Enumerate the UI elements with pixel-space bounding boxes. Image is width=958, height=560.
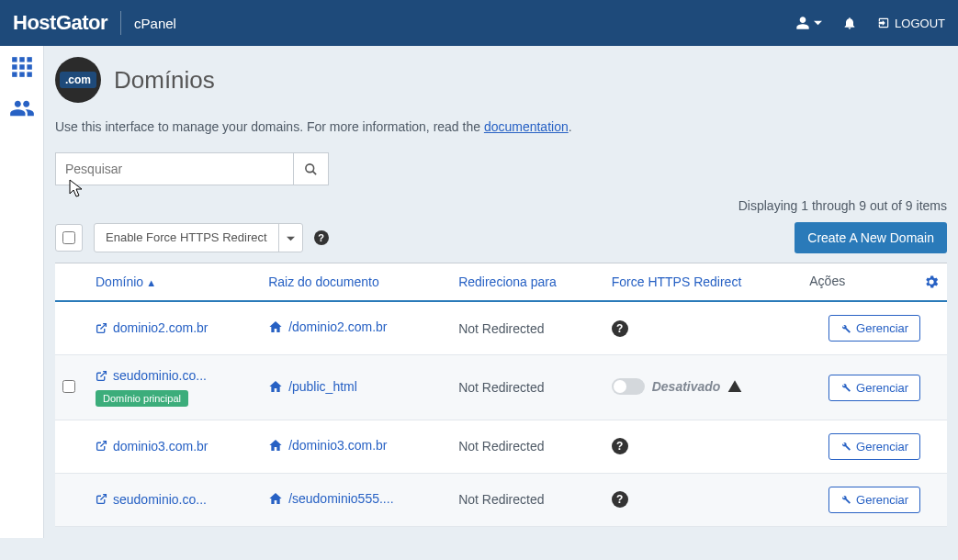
notifications-button[interactable] xyxy=(842,16,857,30)
manage-button[interactable]: Gerenciar xyxy=(828,487,920,513)
wrench-icon xyxy=(840,494,851,505)
users-icon xyxy=(9,95,35,121)
caret-down-icon xyxy=(814,19,822,28)
svg-line-14 xyxy=(100,495,106,500)
sidebar-users-button[interactable] xyxy=(9,95,35,121)
logout-icon xyxy=(877,17,890,29)
gear-icon xyxy=(923,274,940,290)
intro-text: Use this interface to manage your domain… xyxy=(55,119,947,134)
wrench-icon xyxy=(840,441,851,452)
wrench-icon xyxy=(840,382,851,393)
col-domain[interactable]: Domínio▲ xyxy=(88,263,261,302)
page-icon: .com xyxy=(55,57,101,103)
https-toggle[interactable] xyxy=(612,378,645,395)
docroot-link[interactable]: /public_html xyxy=(288,379,357,394)
enable-https-button[interactable]: Enable Force HTTPS Redirect xyxy=(95,224,278,252)
search-icon xyxy=(304,162,318,176)
table-row: seudominio.co... /seudominio555....Not R… xyxy=(55,473,947,526)
svg-rect-5 xyxy=(27,64,31,69)
page-title: Domínios xyxy=(114,66,215,95)
svg-point-9 xyxy=(306,163,314,172)
redirect-value: Not Redirected xyxy=(458,380,544,395)
svg-line-13 xyxy=(100,442,106,447)
search-input[interactable] xyxy=(55,152,294,185)
svg-line-11 xyxy=(100,323,106,329)
manage-button[interactable]: Gerenciar xyxy=(828,433,920,460)
domain-link[interactable]: seudominio.co... xyxy=(113,492,207,507)
bell-icon xyxy=(842,16,857,30)
caret-down-icon xyxy=(287,235,295,243)
create-domain-button[interactable]: Create A New Domain xyxy=(795,222,947,253)
search-button[interactable] xyxy=(294,152,329,185)
domains-table: Domínio▲ Raiz do documento Redireciona p… xyxy=(55,263,947,527)
main-domain-badge: Domínio principal xyxy=(96,390,188,407)
question-icon[interactable]: ? xyxy=(612,491,628,508)
logout-button[interactable]: LOGOUT xyxy=(877,17,945,30)
question-icon[interactable]: ? xyxy=(612,320,628,337)
sidebar-grid-button[interactable] xyxy=(10,55,34,79)
svg-rect-4 xyxy=(19,64,24,69)
table-row: seudominio.co...Domínio principal /publi… xyxy=(55,355,947,420)
redirect-value: Not Redirected xyxy=(458,439,544,454)
help-icon[interactable]: ? xyxy=(314,230,329,245)
external-link-icon xyxy=(96,322,107,334)
table-row: dominio3.com.br /dominio3.com.brNot Redi… xyxy=(55,420,947,473)
svg-rect-3 xyxy=(12,64,17,69)
home-icon xyxy=(268,491,283,506)
enable-https-dropdown-toggle[interactable] xyxy=(278,224,302,252)
manage-button[interactable]: Gerenciar xyxy=(828,375,920,401)
manage-button[interactable]: Gerenciar xyxy=(828,315,920,342)
user-menu[interactable] xyxy=(795,16,822,30)
svg-line-12 xyxy=(100,371,106,376)
question-icon[interactable]: ? xyxy=(612,438,628,454)
app-header: HostGator cPanel LOGOUT xyxy=(0,0,958,46)
svg-rect-6 xyxy=(12,72,17,76)
header-divider xyxy=(120,11,121,35)
row-checkbox[interactable] xyxy=(62,380,75,393)
col-actions: Ações xyxy=(802,263,947,302)
docroot-link[interactable]: /dominio3.com.br xyxy=(288,438,387,453)
table-row: dominio2.com.br /dominio2.com.brNot Redi… xyxy=(55,301,947,355)
col-docroot[interactable]: Raiz do documento xyxy=(261,263,451,302)
svg-rect-8 xyxy=(27,72,31,76)
docroot-link[interactable]: /seudominio555.... xyxy=(288,491,393,506)
svg-rect-7 xyxy=(19,72,24,76)
redirect-value: Not Redirected xyxy=(458,321,544,336)
svg-line-10 xyxy=(312,171,316,174)
select-all-checkbox[interactable] xyxy=(62,231,75,244)
redirect-value: Not Redirected xyxy=(458,492,544,507)
domain-link[interactable]: dominio3.com.br xyxy=(113,439,209,454)
main-content: .com Domínios Use this interface to mana… xyxy=(44,46,958,538)
external-link-icon xyxy=(96,440,107,452)
wrench-icon xyxy=(840,323,851,334)
header-app-name: cPanel xyxy=(134,16,176,31)
home-icon xyxy=(268,438,283,453)
domain-link[interactable]: dominio2.com.br xyxy=(113,320,209,335)
external-link-icon xyxy=(96,493,107,505)
warning-icon xyxy=(727,379,742,394)
brand-logo: HostGator xyxy=(13,11,107,35)
svg-rect-2 xyxy=(27,57,31,62)
enable-https-split-button: Enable Force HTTPS Redirect xyxy=(94,223,303,252)
col-force-https[interactable]: Force HTTPS Redirect xyxy=(604,263,803,302)
page-icon-text: .com xyxy=(60,72,96,88)
sort-asc-icon: ▲ xyxy=(146,277,156,288)
logout-label: LOGOUT xyxy=(895,17,945,30)
documentation-link[interactable]: documentation xyxy=(484,119,569,134)
select-all-checkbox-wrap[interactable] xyxy=(55,224,83,252)
docroot-link[interactable]: /dominio2.com.br xyxy=(288,319,387,334)
https-toggle-label: Desativado xyxy=(652,379,721,394)
left-sidebar xyxy=(0,46,44,538)
domain-link[interactable]: seudominio.co... xyxy=(113,368,207,383)
svg-rect-1 xyxy=(19,57,24,62)
table-settings-button[interactable] xyxy=(923,274,940,290)
home-icon xyxy=(268,319,283,334)
col-redirects[interactable]: Redireciona para xyxy=(451,263,604,302)
svg-rect-0 xyxy=(12,57,17,62)
results-status: Displaying 1 through 9 out of 9 items xyxy=(55,198,947,213)
external-link-icon xyxy=(96,370,107,382)
grid-icon xyxy=(10,55,34,79)
home-icon xyxy=(268,379,283,394)
user-icon xyxy=(795,16,810,30)
